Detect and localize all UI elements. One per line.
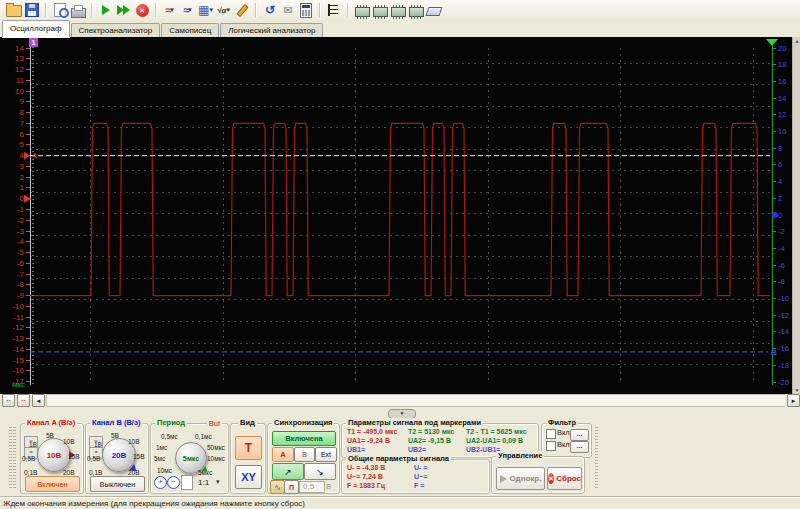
left-axis-label: 7 xyxy=(20,119,25,128)
channel-b-zero-icon[interactable] xyxy=(772,212,778,218)
refresh-button[interactable]: ↺ xyxy=(262,2,278,18)
marker-1-button[interactable]: ·· xyxy=(2,394,15,407)
scroll-down-icon[interactable]: ▼ xyxy=(793,387,800,393)
scroll-right-button[interactable]: ► xyxy=(787,394,800,407)
start-continuous-button[interactable] xyxy=(116,2,132,18)
toolbar-separator xyxy=(155,3,157,17)
channel-b-knob-label: 20В xyxy=(128,469,140,476)
stop-measure-button[interactable]: × xyxy=(134,2,150,18)
rising-edge-button[interactable]: ↗ xyxy=(272,463,304,480)
left-axis-label: 13 xyxy=(15,54,24,63)
filter-more-button[interactable]: ... xyxy=(570,441,589,453)
scroll-left-button[interactable]: ◄ xyxy=(32,394,45,407)
sync-mode-level-button[interactable]: П xyxy=(284,480,299,494)
right-axis-label: 18 xyxy=(778,60,786,69)
marker-param-value: UA2= -9,15 В xyxy=(408,437,451,444)
print-button[interactable] xyxy=(70,2,86,18)
marker-a-flag-icon[interactable] xyxy=(24,152,30,160)
device-chip-4-button[interactable] xyxy=(408,2,424,18)
reset-button[interactable]: Сброс xyxy=(547,467,582,490)
channel-b-title: Канал B (В/э) xyxy=(90,418,143,427)
general-param-b: U- = xyxy=(414,464,427,471)
period-knob-label: 10мс xyxy=(157,467,172,474)
circuit-icon xyxy=(328,4,341,16)
left-axis-label: 0 xyxy=(20,194,25,203)
device-chip-1-button[interactable] xyxy=(354,2,370,18)
tab-oscilloscope[interactable]: Осциллограф xyxy=(2,20,70,38)
channel-a-knob-label: 5В xyxy=(46,432,54,439)
channel-b-knob-label: 10В xyxy=(128,438,140,445)
circuit-button[interactable] xyxy=(326,2,342,18)
ratio-dropdown-icon[interactable]: ▾ xyxy=(216,478,220,486)
zoom-in-button[interactable]: + xyxy=(154,476,167,489)
left-axis-label: -15 xyxy=(12,356,24,365)
sync-enabled-button[interactable]: Включена xyxy=(272,431,336,446)
toolbar-separator xyxy=(91,3,93,17)
sync-source-b-button[interactable]: B xyxy=(294,447,315,462)
device-chip-3-button[interactable] xyxy=(390,2,406,18)
view-t-button[interactable]: T xyxy=(235,436,262,460)
tab-spectrum-analyzer[interactable]: Спектроанализатор xyxy=(71,23,161,37)
probe-button[interactable] xyxy=(234,2,250,18)
filter-checkbox[interactable] xyxy=(546,441,556,451)
status-bar: Ждем окончания измерения (для прекращени… xyxy=(0,497,800,509)
vertical-scrollbar[interactable]: ▲ ▼ xyxy=(792,37,800,394)
single-shot-button[interactable]: Однокр. xyxy=(496,467,545,490)
channel-b-power-button[interactable]: Выключен xyxy=(90,476,145,492)
sync-level-input[interactable]: 0,5 xyxy=(299,481,325,493)
view-xy-button[interactable]: XY xyxy=(235,465,262,489)
dropdown-arrow-icon[interactable]: ▾ xyxy=(209,6,213,14)
sync-source-a-button[interactable]: A xyxy=(272,447,294,462)
start-continuous-icon xyxy=(117,5,131,15)
calculator-button[interactable] xyxy=(298,2,314,18)
save-file-button[interactable] xyxy=(24,2,40,18)
tab-logic-analyzer[interactable]: Логический анализатор xyxy=(220,23,323,37)
left-axis-label: 8 xyxy=(20,108,25,117)
scroll-up-icon[interactable]: ▲ xyxy=(793,38,800,44)
scope-display[interactable]: 14131211109876543210-1-2-3-4-5-6-7-8-9-1… xyxy=(0,37,792,394)
dropdown-arrow-icon[interactable]: ▾ xyxy=(226,6,230,14)
scrollbar-track[interactable] xyxy=(46,394,785,407)
device-chip-4-icon xyxy=(409,7,424,17)
formula-button[interactable]: √α▾ xyxy=(216,2,232,18)
left-axis-label: 10 xyxy=(15,87,24,96)
filter-more-button[interactable]: ... xyxy=(570,429,589,441)
start-measure-button[interactable] xyxy=(98,2,114,18)
falling-edge-button[interactable]: ↘ xyxy=(304,463,336,480)
right-axis-label: -20 xyxy=(778,378,789,387)
tab-recorder[interactable]: Самописец xyxy=(161,23,219,37)
signal-settings-b-button[interactable]: ≈▾ xyxy=(180,2,196,18)
print-preview-button[interactable] xyxy=(52,2,68,18)
reset-icon xyxy=(548,473,554,484)
marker-2-button[interactable]: ·· xyxy=(17,394,30,407)
filter-title: Фильтр xyxy=(546,418,578,427)
filter-checkbox[interactable] xyxy=(546,429,556,439)
eraser-button[interactable] xyxy=(426,2,442,18)
left-axis-label: -10 xyxy=(12,302,24,311)
channel-a-knob-label: 0,1В xyxy=(24,469,37,476)
general-param-b: U~= xyxy=(414,473,427,480)
channel-a-title: Канал A (В/э) xyxy=(25,418,77,427)
control-title: Управление xyxy=(496,451,544,460)
right-axis-label: -4 xyxy=(778,244,785,253)
zoom-out-button[interactable]: − xyxy=(167,476,180,489)
right-axis-label: -8 xyxy=(778,277,785,286)
signal-settings-a-button[interactable]: ≈▾ xyxy=(162,2,178,18)
data-table-button[interactable]: ▦▾ xyxy=(198,2,214,18)
period-title: Период xyxy=(155,418,187,427)
channel-a-power-button[interactable]: Включен xyxy=(25,476,80,492)
sync-mode-wave-button[interactable]: ∿ xyxy=(270,480,285,494)
marker-param-value: UB2= xyxy=(408,446,426,453)
device-chip-2-button[interactable] xyxy=(372,2,388,18)
sync-title: Синхронизация xyxy=(272,418,334,427)
period-knob-label: 0,1мс xyxy=(195,433,212,440)
open-file-button[interactable] xyxy=(6,2,22,18)
dropdown-arrow-icon[interactable]: ▾ xyxy=(170,6,174,14)
trigger-position-icon[interactable] xyxy=(766,39,778,46)
page-button[interactable] xyxy=(181,475,193,490)
filter-on-label: Вкл xyxy=(557,428,570,437)
sync-source-ext-button[interactable]: Ext xyxy=(315,447,337,462)
send-mail-button[interactable]: ✉ xyxy=(280,2,296,18)
marker-b-flag-label[interactable]: B xyxy=(771,348,777,357)
dropdown-arrow-icon[interactable]: ▾ xyxy=(188,6,192,14)
